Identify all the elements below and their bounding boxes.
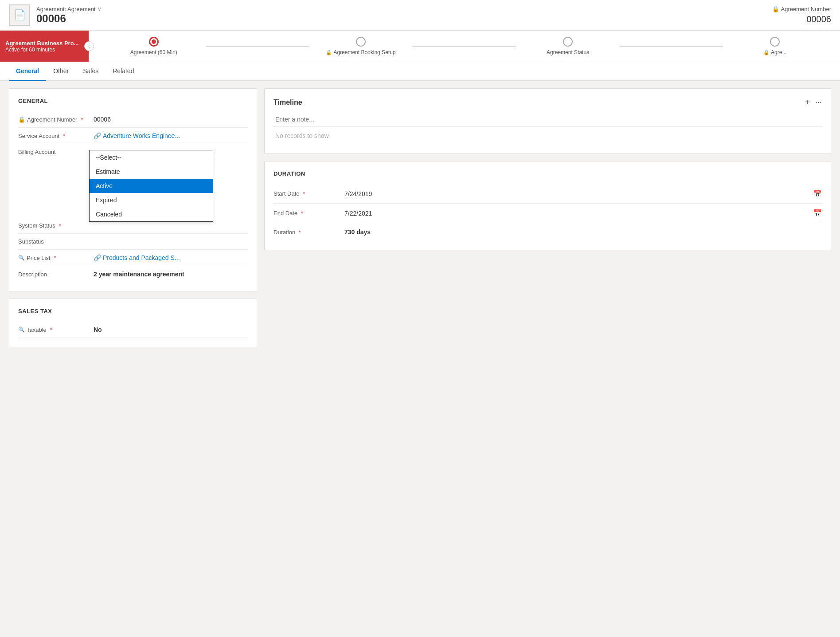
taxable-value: No — [94, 326, 248, 333]
stage-line-2 — [413, 46, 516, 47]
search-icon-2: 🔍 — [18, 326, 25, 333]
required-star-ed: * — [301, 210, 303, 216]
description-label: Description — [18, 271, 94, 278]
breadcrumb-text: Agreement: Agreement — [36, 6, 96, 12]
stage-label-agreement: Agreement (60 Min) — [130, 49, 177, 55]
dropdown-option-select[interactable]: --Select-- — [90, 150, 213, 165]
price-list-field: 🔍 Price List * 🔗 Products and Packaged S… — [18, 250, 248, 266]
required-star-dur: * — [299, 229, 301, 236]
taxable-field: 🔍 Taxable * No — [18, 322, 248, 338]
stage-circle-locked-1 — [356, 37, 366, 47]
timeline-add-button[interactable]: + — [805, 98, 810, 107]
timeline-note-input[interactable] — [273, 112, 822, 127]
stage-items: Agreement (60 Min) 🔒 Agreement Booking S… — [102, 37, 827, 55]
stage-line-3 — [620, 46, 723, 47]
required-star-sd: * — [303, 190, 305, 197]
agreement-number-field: 🔒 Agreement Number * 00006 — [18, 111, 248, 128]
price-list-value[interactable]: 🔗 Products and Packaged S... — [94, 254, 248, 261]
dropdown-option-estimate[interactable]: Estimate — [90, 165, 213, 179]
billing-account-field: Billing Account --Select-- Estimate Acti… — [18, 144, 248, 160]
stage-circle-active — [149, 37, 159, 47]
timeline-actions: + ··· — [805, 98, 822, 107]
sales-tax-title: SALES TAX — [18, 308, 248, 315]
stage-line-1 — [206, 46, 309, 47]
required-star-5: * — [50, 326, 52, 333]
start-date-label: Start Date * — [273, 190, 344, 197]
link-icon: 🔗 — [94, 132, 101, 139]
dropdown-option-canceled[interactable]: Canceled — [90, 207, 213, 221]
description-field: Description 2 year maintenance agreement — [18, 266, 248, 282]
stage-circle-locked-3 — [770, 37, 780, 47]
service-account-value[interactable]: 🔗 Adventure Works Enginee... — [94, 132, 248, 139]
stage-active-subtitle: Active for 60 minutes — [5, 47, 83, 53]
record-icon: 📄 — [9, 4, 30, 26]
duration-card: DURATION Start Date * 7/24/2019 📅 End Da… — [264, 161, 831, 250]
link-icon-2: 🔗 — [94, 254, 101, 261]
stage-label-booking-setup: 🔒 Agreement Booking Setup — [326, 49, 395, 55]
start-date-field: Start Date * 7/24/2019 📅 — [273, 184, 822, 204]
main-content: GENERAL 🔒 Agreement Number * 00006 Servi… — [0, 81, 840, 354]
sales-tax-card: SALES TAX 🔍 Taxable * No — [9, 299, 257, 347]
chevron-down-icon[interactable]: ∨ — [98, 6, 102, 12]
billing-account-label: Billing Account — [18, 149, 94, 155]
service-account-field: Service Account * 🔗 Adventure Works Engi… — [18, 128, 248, 144]
timeline-header: Timeline + ··· — [273, 98, 822, 107]
description-value: 2 year maintenance agreement — [94, 271, 248, 278]
stage-circle-locked-2 — [563, 37, 573, 47]
header-title-group: Agreement: Agreement ∨ 00006 — [36, 6, 102, 25]
tab-related[interactable]: Related — [105, 62, 141, 81]
end-date-label: End Date * — [273, 210, 344, 216]
end-date-calendar-icon[interactable]: 📅 — [813, 209, 822, 217]
header-left: 📄 Agreement: Agreement ∨ 00006 — [9, 4, 102, 26]
dropdown-option-expired[interactable]: Expired — [90, 193, 213, 207]
stage-label-agre: 🔒 Agre... — [763, 49, 786, 55]
record-title: 00006 — [36, 12, 102, 25]
agreement-number-label-field: 🔒 Agreement Number * — [18, 116, 94, 123]
system-status-dropdown[interactable]: --Select-- Estimate Active Expired Cance… — [89, 150, 213, 222]
agreement-number-field-value: 00006 — [94, 116, 248, 123]
timeline-more-button[interactable]: ··· — [815, 98, 822, 107]
system-status-label: System Status * — [18, 222, 94, 229]
lock-icon-2: 🔒 — [763, 50, 770, 55]
stage-active-panel: Agreement Business Pro... Active for 60 … — [0, 31, 89, 62]
lock-icon: 🔒 — [326, 50, 332, 55]
service-account-label: Service Account * — [18, 133, 94, 139]
start-date-value: 7/24/2019 — [344, 190, 813, 197]
tab-sales[interactable]: Sales — [76, 62, 105, 81]
substatus-field: Substatus — [18, 234, 248, 250]
substatus-label: Substatus — [18, 238, 94, 245]
tab-other[interactable]: Other — [46, 62, 76, 81]
stage-item-booking-setup[interactable]: 🔒 Agreement Booking Setup — [309, 37, 413, 55]
end-date-field: End Date * 7/22/2021 📅 — [273, 204, 822, 223]
breadcrumb[interactable]: Agreement: Agreement ∨ — [36, 6, 102, 12]
stage-active-title: Agreement Business Pro... — [5, 40, 83, 47]
timeline-card: Timeline + ··· No records to show. — [264, 88, 831, 154]
stages-track: Agreement (60 Min) 🔒 Agreement Booking S… — [89, 37, 840, 55]
agreement-number-label: 🔒 Agreement Number — [772, 6, 831, 12]
agreement-number-value: 00006 — [806, 14, 831, 24]
lock-icon: 🔒 — [772, 6, 779, 12]
taxable-label: 🔍 Taxable * — [18, 326, 94, 333]
search-icon: 🔍 — [18, 255, 25, 261]
header-right: 🔒 Agreement Number 00006 — [772, 6, 831, 24]
duration-value: 730 days — [344, 228, 822, 236]
required-star-3: * — [59, 222, 61, 229]
general-card: GENERAL 🔒 Agreement Number * 00006 Servi… — [9, 88, 257, 291]
required-star-4: * — [54, 255, 56, 261]
left-column: GENERAL 🔒 Agreement Number * 00006 Servi… — [9, 88, 257, 347]
stage-item-agre[interactable]: 🔒 Agre... — [723, 37, 827, 55]
page-header: 📄 Agreement: Agreement ∨ 00006 🔒 Agreeme… — [0, 0, 840, 31]
stage-item-agreement[interactable]: Agreement (60 Min) — [102, 37, 206, 55]
start-date-calendar-icon[interactable]: 📅 — [813, 189, 822, 198]
stage-bar: Agreement Business Pro... Active for 60 … — [0, 31, 840, 62]
tab-bar: General Other Sales Related — [0, 62, 840, 81]
duration-title: DURATION — [273, 170, 822, 177]
duration-field: Duration * 730 days — [273, 223, 822, 241]
stage-item-status[interactable]: Agreement Status — [516, 37, 620, 55]
stage-collapse-button[interactable]: ‹ — [84, 41, 94, 51]
timeline-empty-text: No records to show. — [273, 127, 822, 145]
dropdown-option-active[interactable]: Active — [90, 179, 213, 193]
timeline-title: Timeline — [273, 98, 302, 106]
right-column: Timeline + ··· No records to show. DURAT… — [264, 88, 831, 347]
tab-general[interactable]: General — [9, 62, 46, 81]
